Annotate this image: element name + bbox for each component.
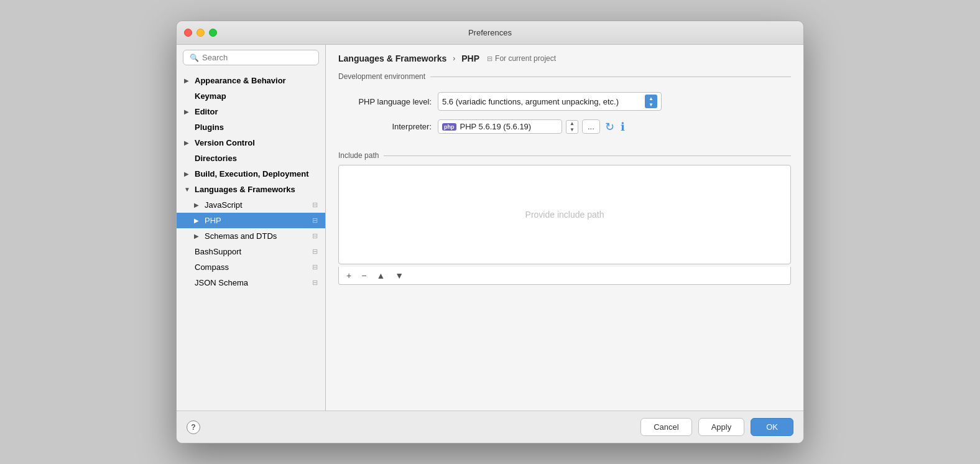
- interpreter-row: Interpreter: php PHP 5.6.19 (5.6.19) ▲ ▼…: [338, 119, 791, 134]
- maximize-button[interactable]: [209, 29, 217, 37]
- sidebar-item-languages[interactable]: Languages & Frameworks: [177, 182, 325, 197]
- sidebar-item-label: Version Control: [195, 138, 318, 147]
- minimize-button[interactable]: [196, 29, 205, 37]
- arrow-icon: [184, 77, 192, 84]
- php-level-label: PHP language level:: [338, 97, 438, 106]
- sidebar-item-appearance[interactable]: Appearance & Behavior: [177, 73, 325, 88]
- sidebar-item-editor[interactable]: Editor: [177, 104, 325, 119]
- sidebar-item-label: BashSupport: [195, 247, 312, 256]
- sidebar-item-build[interactable]: Build, Execution, Deployment: [177, 166, 325, 182]
- breadcrumb-separator: ›: [453, 54, 455, 63]
- dots-button[interactable]: ...: [582, 119, 600, 134]
- sidebar-item-compass[interactable]: Compass ⊟: [177, 259, 325, 275]
- breadcrumb-php: PHP: [461, 53, 479, 63]
- copy-icon: ⊟: [312, 232, 318, 240]
- info-button[interactable]: ℹ: [619, 120, 626, 134]
- sidebar-item-label: Compass: [195, 262, 312, 272]
- include-placeholder: Provide include path: [525, 210, 604, 220]
- breadcrumb-languages: Languages & Frameworks: [338, 53, 446, 63]
- php-level-arrows[interactable]: ▲ ▼: [645, 95, 657, 108]
- sidebar-item-label: Schemas and DTDs: [205, 231, 312, 241]
- up-arrow-icon: ▲: [570, 121, 575, 126]
- preferences-window: Preferences 🔍 Appearance & Behavior Keym…: [176, 21, 804, 443]
- sidebar-item-plugins[interactable]: Plugins: [177, 119, 325, 135]
- window-title: Preferences: [468, 28, 512, 37]
- arrow-icon: [194, 233, 201, 239]
- interpreter-controls: php PHP 5.6.19 (5.6.19) ▲ ▼ ... ↻ ℹ: [438, 119, 626, 134]
- help-button[interactable]: ?: [187, 420, 200, 434]
- arrow-icon: [184, 170, 192, 177]
- sidebar-item-label: Build, Execution, Deployment: [195, 169, 318, 179]
- move-up-button[interactable]: ▲: [374, 269, 387, 282]
- dev-env-divider: Development environment: [338, 72, 791, 81]
- traffic-lights: [184, 29, 217, 37]
- interpreter-arrows[interactable]: ▲ ▼: [566, 120, 578, 134]
- sidebar-item-label: PHP: [205, 216, 312, 225]
- php-level-select[interactable]: 5.6 (variadic functions, argument unpack…: [438, 92, 662, 111]
- close-button[interactable]: [184, 29, 192, 37]
- arrow-icon: [184, 108, 192, 115]
- sidebar-item-label: JSON Schema: [195, 278, 312, 287]
- sidebar-item-version-control[interactable]: Version Control: [177, 135, 325, 151]
- sidebar-item-label: Keymap: [195, 91, 318, 101]
- for-project-label: ⊟ For current project: [487, 54, 556, 63]
- sidebar-item-label: JavaScript: [205, 200, 312, 210]
- sidebar-item-directories[interactable]: Directories: [177, 151, 325, 166]
- arrow-icon: [184, 186, 192, 193]
- cancel-button[interactable]: Cancel: [640, 418, 691, 436]
- sidebar: 🔍 Appearance & Behavior Keymap Editor: [177, 45, 326, 411]
- sidebar-item-json-schema[interactable]: JSON Schema ⊟: [177, 275, 325, 290]
- main-content: 🔍 Appearance & Behavior Keymap Editor: [177, 45, 803, 411]
- move-down-button[interactable]: ▼: [392, 269, 406, 282]
- sidebar-item-label: Languages & Frameworks: [195, 185, 318, 194]
- down-arrow-icon: ▼: [570, 127, 575, 132]
- search-box[interactable]: 🔍: [183, 50, 319, 65]
- sidebar-item-label: Plugins: [195, 123, 318, 132]
- form-area: PHP language level: 5.6 (variadic functi…: [326, 87, 803, 147]
- titlebar: Preferences: [177, 21, 803, 45]
- include-toolbar: + − ▲ ▼: [338, 267, 791, 285]
- content-header: Languages & Frameworks › PHP ⊟ For curre…: [326, 45, 803, 70]
- sidebar-item-label: Editor: [195, 107, 318, 116]
- sidebar-item-php[interactable]: PHP ⊟: [177, 213, 325, 228]
- copy-icon: ⊟: [312, 201, 318, 209]
- sidebar-item-bashsupport[interactable]: BashSupport ⊟: [177, 244, 325, 259]
- sidebar-item-label: Directories: [195, 154, 318, 163]
- apply-button[interactable]: Apply: [698, 418, 745, 436]
- content-area: Languages & Frameworks › PHP ⊟ For curre…: [326, 45, 803, 411]
- project-icon: ⊟: [487, 55, 492, 63]
- ok-button[interactable]: OK: [751, 418, 793, 436]
- down-arrow-icon: ▼: [649, 102, 654, 108]
- include-path-label: Include path: [338, 151, 384, 160]
- interpreter-select[interactable]: php PHP 5.6.19 (5.6.19): [438, 119, 562, 134]
- remove-path-button[interactable]: −: [359, 269, 369, 282]
- nav-list: Appearance & Behavior Keymap Editor Plug…: [177, 70, 325, 411]
- sidebar-item-keymap[interactable]: Keymap: [177, 88, 325, 104]
- arrow-icon: [184, 139, 192, 146]
- up-arrow-icon: ▲: [649, 96, 654, 101]
- copy-icon: ⊟: [312, 263, 318, 271]
- divider-line: [430, 77, 791, 77]
- sidebar-item-label: Appearance & Behavior: [195, 76, 318, 85]
- footer: ? Cancel Apply OK: [177, 411, 803, 443]
- refresh-button[interactable]: ↻: [604, 120, 616, 134]
- php-badge: php: [442, 123, 456, 131]
- copy-icon: ⊟: [312, 216, 318, 225]
- php-level-row: PHP language level: 5.6 (variadic functi…: [338, 92, 791, 111]
- search-icon: 🔍: [190, 53, 199, 62]
- sidebar-item-schemas[interactable]: Schemas and DTDs ⊟: [177, 228, 325, 244]
- include-section: Include path Provide include path + − ▲ …: [338, 151, 791, 285]
- copy-icon: ⊟: [312, 279, 318, 287]
- add-path-button[interactable]: +: [344, 269, 354, 282]
- arrow-icon: [194, 217, 201, 224]
- include-divider: Include path: [338, 151, 791, 160]
- arrow-icon: [194, 202, 201, 208]
- footer-buttons: Cancel Apply OK: [640, 418, 793, 436]
- divider-line: [384, 155, 791, 156]
- interpreter-label: Interpreter:: [338, 122, 438, 131]
- copy-icon: ⊟: [312, 248, 318, 256]
- include-path-box: Provide include path: [338, 165, 791, 264]
- interpreter-value: PHP 5.6.19 (5.6.19): [460, 122, 532, 131]
- sidebar-item-javascript[interactable]: JavaScript ⊟: [177, 197, 325, 213]
- search-input[interactable]: [202, 53, 312, 62]
